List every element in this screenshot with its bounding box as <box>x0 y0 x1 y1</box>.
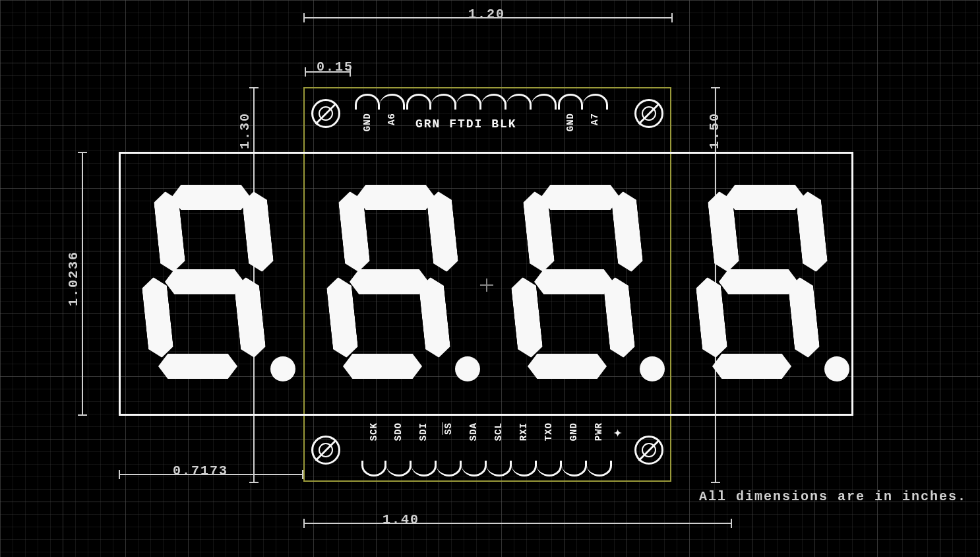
pad-gnd: GND <box>562 461 587 476</box>
pad-ss: SS <box>437 461 462 476</box>
dim-tick <box>78 414 87 416</box>
pad-rxi: RXI <box>512 461 537 476</box>
decimal-point-4 <box>824 356 849 381</box>
pin-label-sdi: SDI <box>418 422 429 441</box>
pin-label-ss: SS <box>443 422 454 435</box>
dim-tick <box>711 482 720 483</box>
segment-d <box>712 354 791 379</box>
segment-d <box>528 354 607 379</box>
segment-e <box>141 276 175 358</box>
pad-gnd: GND <box>355 94 380 110</box>
pin-label-pwr: PWR <box>594 422 604 441</box>
dim-line-bottom <box>303 523 732 524</box>
segment-e <box>326 276 359 358</box>
decimal-point-1 <box>270 356 295 381</box>
pin-label-gnd: GND <box>568 422 579 441</box>
dim-display-height: 1.0236 <box>66 251 81 306</box>
segment-b <box>611 190 644 273</box>
pin-label-sdo: SDO <box>393 422 404 441</box>
digit-4 <box>699 185 831 383</box>
dim-top-width: 1.20 <box>468 7 505 22</box>
segment-a <box>725 185 805 210</box>
pad-a6: A6 <box>380 94 405 110</box>
pad-a7: A7 <box>583 94 608 110</box>
mounting-hole-br <box>634 436 663 465</box>
dim-tick <box>303 519 305 528</box>
digit-2 <box>330 185 462 383</box>
drawing-canvas: 1.20 0.15 1.40 1.30 1.50 1.0236 0.7173 G… <box>0 0 980 557</box>
dimensions-note: All dimensions are in inches. <box>699 489 967 504</box>
pad-sda: SDA <box>462 461 487 476</box>
dim-bottom-width: 1.40 <box>383 512 419 527</box>
dim-edge-offset: 0.15 <box>317 59 353 75</box>
pad-sdi: SDI <box>412 461 437 476</box>
pin-label-sda: SDA <box>468 422 479 441</box>
segment-b <box>426 190 460 273</box>
pin-label-sck: SCK <box>369 422 379 441</box>
segment-e <box>510 276 544 358</box>
segment-d <box>343 354 422 379</box>
flame-icon: ✦ <box>613 424 622 442</box>
pin-label-a6: A6 <box>386 113 397 125</box>
dim-bl-offset: 0.7173 <box>173 463 228 478</box>
decimal-point-2 <box>455 356 480 381</box>
segment-g <box>165 269 244 294</box>
segment-a <box>356 185 435 210</box>
segment-g <box>350 269 429 294</box>
dim-tick <box>249 482 259 483</box>
segment-g <box>534 269 613 294</box>
origin-crosshair <box>480 278 493 292</box>
mounting-hole-tl <box>311 99 340 128</box>
pad-ftdi-5 <box>532 94 557 110</box>
dim-line-display-h <box>82 152 83 416</box>
dim-tick <box>711 87 720 88</box>
pad-ftdi-1 <box>431 94 456 110</box>
pad-txo: TXO <box>537 461 562 476</box>
dim-tick <box>303 13 305 22</box>
segment-a <box>171 185 251 210</box>
pad-ftdi-0 <box>406 94 431 110</box>
pad-sck: SCK <box>361 461 386 476</box>
pin-label-gnd: GND <box>362 113 373 131</box>
segment-b <box>241 190 275 273</box>
silk-top-center: GRN FTDI BLK <box>415 117 517 131</box>
pad-gnd2: GND <box>558 94 583 110</box>
dim-tick <box>305 67 306 77</box>
digit-3 <box>514 185 646 383</box>
pad-ftdi-2 <box>456 94 481 110</box>
segment-g <box>719 269 798 294</box>
decimal-point-3 <box>640 356 665 381</box>
segment-b <box>795 190 829 273</box>
dim-tick <box>249 87 259 88</box>
mounting-hole-tr <box>634 99 663 128</box>
dim-right: 1.50 <box>707 112 722 149</box>
pin-label-gnd2: GND <box>565 113 576 131</box>
pad-ftdi-4 <box>506 94 532 110</box>
pad-ftdi-3 <box>481 94 506 110</box>
segment-e <box>695 276 729 358</box>
pin-label-a7: A7 <box>590 113 600 125</box>
dim-tick <box>78 152 87 153</box>
pad-row-bottom: SCKSDOSDISSSDASCLRXITXOGNDPWR <box>361 461 612 476</box>
pin-label-scl: SCL <box>493 422 504 441</box>
dim-left-inner: 1.30 <box>237 112 253 149</box>
pad-pwr: PWR <box>587 461 612 476</box>
pad-row-top-left: GND A6 <box>355 94 405 110</box>
dim-tick <box>671 13 673 22</box>
pin-label-txo: TXO <box>543 422 554 441</box>
segment-a <box>541 185 620 210</box>
mounting-hole-bl <box>311 436 340 465</box>
digit-1 <box>145 185 277 383</box>
dim-tick <box>731 519 732 528</box>
pad-sdo: SDO <box>386 461 412 476</box>
pin-label-rxi: RXI <box>518 422 529 441</box>
pad-row-top-right: GND A7 <box>558 94 608 110</box>
dim-tick <box>119 470 120 479</box>
segment-d <box>158 354 237 379</box>
pad-scl: SCL <box>487 461 512 476</box>
pad-row-top-center <box>406 94 557 110</box>
